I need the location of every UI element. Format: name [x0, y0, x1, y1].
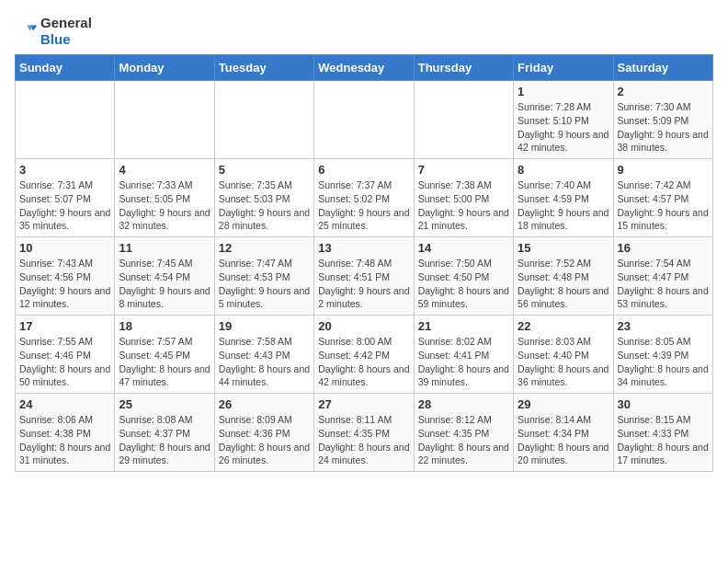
day-info: Sunrise: 8:15 AM Sunset: 4:33 PM Dayligh… [618, 413, 709, 467]
day-number: 11 [119, 241, 210, 255]
week-row-3: 10Sunrise: 7:43 AM Sunset: 4:56 PM Dayli… [16, 237, 713, 316]
day-info: Sunrise: 7:45 AM Sunset: 4:54 PM Dayligh… [119, 257, 210, 311]
day-cell: 4Sunrise: 7:33 AM Sunset: 5:05 PM Daylig… [115, 159, 214, 237]
day-info: Sunrise: 8:03 AM Sunset: 4:40 PM Dayligh… [518, 335, 609, 389]
day-cell: 11Sunrise: 7:45 AM Sunset: 4:54 PM Dayli… [115, 237, 214, 316]
day-cell: 10Sunrise: 7:43 AM Sunset: 4:56 PM Dayli… [16, 237, 115, 316]
day-cell: 17Sunrise: 7:55 AM Sunset: 4:46 PM Dayli… [16, 316, 115, 394]
day-info: Sunrise: 7:52 AM Sunset: 4:48 PM Dayligh… [518, 257, 609, 311]
day-number: 28 [418, 397, 509, 411]
day-info: Sunrise: 8:00 AM Sunset: 4:42 PM Dayligh… [318, 335, 409, 389]
logo-general-text: General [40, 15, 92, 30]
calendar-table: SundayMondayTuesdayWednesdayThursdayFrid… [15, 54, 713, 472]
day-cell [16, 81, 115, 159]
day-info: Sunrise: 7:40 AM Sunset: 4:59 PM Dayligh… [518, 178, 609, 233]
day-cell: 19Sunrise: 7:58 AM Sunset: 4:43 PM Dayli… [214, 316, 313, 394]
day-number: 4 [119, 163, 210, 177]
day-info: Sunrise: 7:30 AM Sunset: 5:09 PM Dayligh… [618, 100, 709, 155]
day-info: Sunrise: 7:43 AM Sunset: 4:56 PM Dayligh… [19, 257, 110, 311]
day-info: Sunrise: 8:12 AM Sunset: 4:35 PM Dayligh… [418, 413, 509, 467]
day-cell: 30Sunrise: 8:15 AM Sunset: 4:33 PM Dayli… [613, 394, 712, 472]
day-cell: 6Sunrise: 7:37 AM Sunset: 5:02 PM Daylig… [314, 159, 414, 237]
day-cell: 28Sunrise: 8:12 AM Sunset: 4:35 PM Dayli… [414, 394, 513, 472]
header-row: SundayMondayTuesdayWednesdayThursdayFrid… [16, 55, 713, 81]
calendar-body: 1Sunrise: 7:28 AM Sunset: 5:10 PM Daylig… [16, 81, 713, 472]
week-row-4: 17Sunrise: 7:55 AM Sunset: 4:46 PM Dayli… [16, 316, 713, 394]
week-row-5: 24Sunrise: 8:06 AM Sunset: 4:38 PM Dayli… [16, 394, 713, 472]
day-cell: 29Sunrise: 8:14 AM Sunset: 4:34 PM Dayli… [514, 394, 613, 472]
day-cell: 22Sunrise: 8:03 AM Sunset: 4:40 PM Dayli… [514, 316, 613, 394]
day-info: Sunrise: 7:42 AM Sunset: 4:57 PM Dayligh… [618, 178, 709, 233]
day-number: 6 [318, 163, 409, 177]
day-number: 26 [219, 397, 310, 411]
day-cell: 27Sunrise: 8:11 AM Sunset: 4:35 PM Dayli… [314, 394, 414, 472]
day-info: Sunrise: 7:58 AM Sunset: 4:43 PM Dayligh… [219, 335, 310, 389]
day-cell: 2Sunrise: 7:30 AM Sunset: 5:09 PM Daylig… [613, 81, 712, 159]
week-row-2: 3Sunrise: 7:31 AM Sunset: 5:07 PM Daylig… [16, 159, 713, 237]
day-number: 13 [318, 241, 409, 255]
day-cell: 8Sunrise: 7:40 AM Sunset: 4:59 PM Daylig… [514, 159, 613, 237]
day-cell: 14Sunrise: 7:50 AM Sunset: 4:50 PM Dayli… [414, 237, 513, 316]
day-cell: 15Sunrise: 7:52 AM Sunset: 4:48 PM Dayli… [514, 237, 613, 316]
day-cell: 23Sunrise: 8:05 AM Sunset: 4:39 PM Dayli… [613, 316, 712, 394]
day-info: Sunrise: 7:57 AM Sunset: 4:45 PM Dayligh… [119, 335, 210, 389]
day-number: 2 [618, 85, 709, 98]
day-info: Sunrise: 8:02 AM Sunset: 4:41 PM Dayligh… [418, 335, 509, 389]
day-number: 16 [618, 241, 709, 255]
day-number: 14 [418, 241, 509, 255]
day-info: Sunrise: 7:38 AM Sunset: 5:00 PM Dayligh… [418, 178, 509, 233]
day-number: 29 [518, 397, 609, 411]
day-number: 20 [318, 319, 409, 333]
header-cell-wednesday: Wednesday [314, 55, 414, 81]
day-cell: 26Sunrise: 8:09 AM Sunset: 4:36 PM Dayli… [214, 394, 313, 472]
day-number: 30 [618, 397, 709, 411]
day-number: 8 [518, 163, 609, 177]
day-number: 18 [119, 319, 210, 333]
day-info: Sunrise: 8:05 AM Sunset: 4:39 PM Dayligh… [618, 335, 709, 389]
day-cell [214, 81, 313, 159]
day-number: 22 [518, 319, 609, 333]
logo: General Blue [15, 15, 92, 47]
day-cell [414, 81, 513, 159]
day-info: Sunrise: 7:54 AM Sunset: 4:47 PM Dayligh… [618, 257, 709, 311]
day-cell: 25Sunrise: 8:08 AM Sunset: 4:37 PM Dayli… [115, 394, 214, 472]
day-cell [115, 81, 214, 159]
day-number: 24 [19, 397, 110, 411]
day-number: 23 [618, 319, 709, 333]
day-number: 3 [19, 163, 110, 177]
day-info: Sunrise: 7:47 AM Sunset: 4:53 PM Dayligh… [219, 257, 310, 311]
header-cell-tuesday: Tuesday [214, 55, 313, 81]
logo-blue-text: Blue [40, 31, 71, 47]
header-cell-monday: Monday [115, 55, 214, 81]
day-number: 9 [618, 163, 709, 177]
day-cell: 3Sunrise: 7:31 AM Sunset: 5:07 PM Daylig… [16, 159, 115, 237]
day-cell: 1Sunrise: 7:28 AM Sunset: 5:10 PM Daylig… [514, 81, 613, 159]
day-cell: 9Sunrise: 7:42 AM Sunset: 4:57 PM Daylig… [613, 159, 712, 237]
day-info: Sunrise: 8:09 AM Sunset: 4:36 PM Dayligh… [219, 413, 310, 467]
header-cell-thursday: Thursday [414, 55, 513, 81]
day-number: 7 [418, 163, 509, 177]
header-cell-sunday: Sunday [16, 55, 115, 81]
calendar-header: SundayMondayTuesdayWednesdayThursdayFrid… [16, 55, 713, 81]
header-cell-friday: Friday [514, 55, 613, 81]
week-row-1: 1Sunrise: 7:28 AM Sunset: 5:10 PM Daylig… [16, 81, 713, 159]
day-info: Sunrise: 7:31 AM Sunset: 5:07 PM Dayligh… [19, 178, 110, 233]
day-number: 12 [219, 241, 310, 255]
day-cell: 13Sunrise: 7:48 AM Sunset: 4:51 PM Dayli… [314, 237, 414, 316]
day-cell: 24Sunrise: 8:06 AM Sunset: 4:38 PM Dayli… [16, 394, 115, 472]
day-number: 25 [119, 397, 210, 411]
day-number: 19 [219, 319, 310, 333]
day-cell: 20Sunrise: 8:00 AM Sunset: 4:42 PM Dayli… [314, 316, 414, 394]
day-number: 5 [219, 163, 310, 177]
day-cell: 18Sunrise: 7:57 AM Sunset: 4:45 PM Dayli… [115, 316, 214, 394]
day-info: Sunrise: 8:14 AM Sunset: 4:34 PM Dayligh… [518, 413, 609, 467]
day-info: Sunrise: 7:37 AM Sunset: 5:02 PM Dayligh… [318, 178, 409, 233]
day-number: 17 [19, 319, 110, 333]
day-cell: 16Sunrise: 7:54 AM Sunset: 4:47 PM Dayli… [613, 237, 712, 316]
day-cell: 7Sunrise: 7:38 AM Sunset: 5:00 PM Daylig… [414, 159, 513, 237]
day-cell: 12Sunrise: 7:47 AM Sunset: 4:53 PM Dayli… [214, 237, 313, 316]
day-info: Sunrise: 7:48 AM Sunset: 4:51 PM Dayligh… [318, 257, 409, 311]
day-info: Sunrise: 7:50 AM Sunset: 4:50 PM Dayligh… [418, 257, 509, 311]
header-cell-saturday: Saturday [613, 55, 712, 81]
day-info: Sunrise: 8:08 AM Sunset: 4:37 PM Dayligh… [119, 413, 210, 467]
